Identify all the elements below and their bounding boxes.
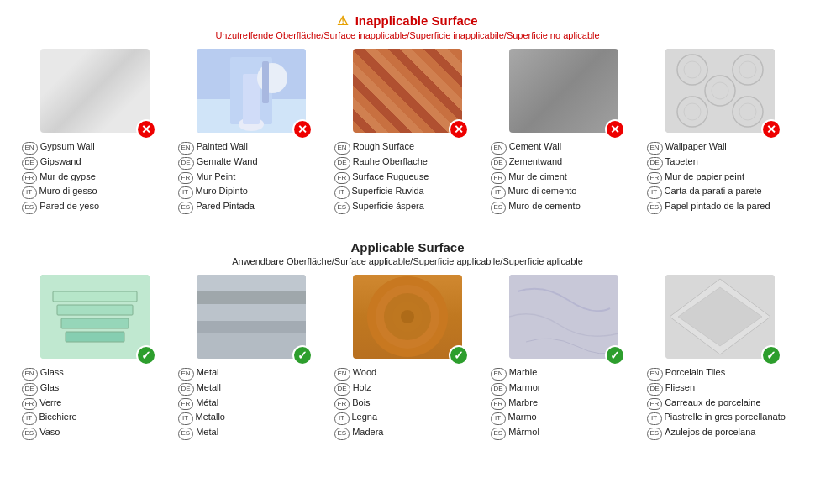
inapplicable-title: ⚠ Inapplicable Surface — [17, 13, 798, 29]
label-row-gypsum-fr: FRMur de gypse — [22, 170, 169, 185]
lang-badge-es: ES — [334, 428, 350, 440]
label-text: Mur Peint — [196, 170, 235, 185]
label-row-rough-en: ENRough Surface — [334, 139, 481, 155]
label-row-rough-fr: FRSurface Rugueuse — [334, 170, 481, 185]
label-row-wallpaper-fr: FRMur de papier peint — [647, 170, 794, 185]
label-text: Metall — [197, 381, 221, 396]
label-text: Mármol — [508, 425, 539, 440]
lang-badge-en: EN — [491, 368, 507, 381]
label-row-metal-en: ENMetal — [178, 365, 325, 381]
label-text: Mur de ciment — [508, 170, 567, 185]
label-row-cement-it: ITMuro di cemento — [491, 184, 638, 199]
labels-metal: ENMetalDEMetallFRMétalITMetalloESMetal — [178, 365, 325, 440]
svg-rect-28 — [197, 333, 306, 359]
lang-badge-en: EN — [647, 368, 663, 381]
lang-badge-es: ES — [334, 202, 350, 214]
lang-badge-de: DE — [22, 157, 38, 170]
lang-badge-es: ES — [647, 428, 663, 440]
lang-badge-fr: FR — [491, 172, 507, 185]
label-row-wood-it: ITLegna — [334, 410, 481, 425]
label-text: Rough Surface — [353, 139, 414, 155]
label-row-painted-en: ENPainted Wall — [178, 139, 325, 155]
lang-badge-fr: FR — [178, 398, 194, 411]
label-row-rough-es: ESSuperficie áspera — [334, 199, 481, 214]
surface-image-rough — [353, 49, 462, 133]
surface-item-wallpaper: ✕ENWallpaper WallDETapetenFRMur de papie… — [647, 49, 794, 214]
lang-badge-en: EN — [334, 368, 350, 381]
label-text: Wallpaper Wall — [665, 139, 727, 155]
label-text: Bicchiere — [39, 410, 77, 425]
lang-badge-it: IT — [647, 186, 662, 199]
label-text: Fliesen — [665, 381, 695, 396]
applicable-items-row: ✓ENGlassDEGlasFRVerreITBicchiereESVaso ✓… — [17, 275, 798, 440]
label-row-painted-fr: FRMur Peint — [178, 170, 325, 185]
surface-image-porcelain — [665, 275, 775, 359]
label-row-glass-fr: FRVerre — [22, 396, 169, 411]
label-text: Madera — [352, 425, 383, 440]
label-text: Pared Pintada — [196, 199, 255, 214]
lang-badge-fr: FR — [647, 398, 663, 411]
label-text: Cement Wall — [509, 139, 562, 155]
applicable-header: Applicable Surface Anwendbare Oberfläche… — [17, 240, 798, 266]
label-text: Rauhe Oberflache — [353, 155, 428, 170]
img-container-rough: ✕ — [353, 49, 462, 133]
surface-image-metal — [197, 275, 306, 359]
label-text: Muro Dipinto — [196, 184, 248, 199]
svg-rect-34 — [509, 275, 618, 359]
label-row-porcelain-de: DEFliesen — [647, 381, 794, 396]
labels-wallpaper: ENWallpaper WallDETapetenFRMur de papier… — [647, 139, 794, 214]
lang-badge-it: IT — [647, 412, 662, 425]
img-container-porcelain: ✓ — [665, 275, 775, 359]
svg-rect-20 — [57, 305, 133, 315]
lang-badge-en: EN — [22, 142, 38, 155]
label-row-marble-en: ENMarble — [491, 365, 638, 381]
inapplicable-section: ⚠ Inapplicable Surface Unzutreffende Obe… — [17, 13, 798, 214]
label-text: Gemalte Wand — [197, 155, 258, 170]
label-row-wood-fr: FRBois — [334, 396, 481, 411]
label-row-metal-it: ITMetallo — [178, 410, 325, 425]
img-container-cement: ✕ — [509, 49, 618, 133]
lang-badge-es: ES — [178, 202, 194, 214]
label-text: Muro de cemento — [508, 199, 581, 214]
label-row-gypsum-de: DEGipswand — [22, 155, 169, 170]
label-row-rough-it: ITSuperficie Ruvida — [334, 184, 481, 199]
label-row-cement-fr: FRMur de ciment — [491, 170, 638, 185]
surface-item-marble: ✓ENMarbleDEMarmorFRMarbreITMarmoESMármol — [491, 275, 638, 440]
svg-rect-24 — [197, 275, 306, 291]
svg-rect-6 — [262, 61, 269, 103]
label-row-gypsum-it: ITMuro di gesso — [22, 184, 169, 199]
lang-badge-it: IT — [491, 186, 506, 199]
lang-badge-it: IT — [22, 412, 37, 425]
surface-item-cement: ✕ENCement WallDEZementwandFRMur de cimen… — [491, 49, 638, 214]
surface-image-glass — [40, 275, 150, 359]
lang-badge-de: DE — [647, 157, 663, 170]
svg-rect-27 — [197, 321, 306, 333]
applicable-subtitle: Anwendbare Oberfläche/Surface applicable… — [17, 256, 798, 266]
svg-rect-7 — [665, 49, 775, 133]
label-text: Porcelain Tiles — [665, 365, 726, 381]
section-divider — [17, 228, 798, 228]
labels-glass: ENGlassDEGlasFRVerreITBicchiereESVaso — [22, 365, 169, 440]
label-text: Gipswand — [40, 155, 82, 170]
label-text: Wood — [353, 365, 377, 381]
label-text: Tapeten — [665, 155, 698, 170]
surface-item-glass: ✓ENGlassDEGlasFRVerreITBicchiereESVaso — [22, 275, 169, 440]
applicable-title: Applicable Surface — [17, 240, 798, 255]
label-text: Vaso — [39, 425, 60, 440]
lang-badge-fr: FR — [178, 172, 194, 185]
surface-item-painted: ✕ENPainted WallDEGemalte WandFRMur Peint… — [178, 49, 325, 214]
label-row-wallpaper-en: ENWallpaper Wall — [647, 139, 794, 155]
label-text: Marbre — [508, 396, 538, 411]
lang-badge-en: EN — [178, 142, 194, 155]
lang-badge-de: DE — [334, 383, 350, 396]
badge-glass: ✓ — [136, 345, 156, 365]
label-text: Carta da parati a parete — [665, 184, 762, 199]
label-row-gypsum-es: ESPared de yeso — [22, 199, 169, 214]
label-text: Marble — [509, 365, 538, 381]
lang-badge-de: DE — [491, 157, 507, 170]
lang-badge-es: ES — [22, 428, 38, 440]
surface-image-painted — [197, 49, 306, 133]
label-text: Mur de gypse — [39, 170, 96, 185]
labels-rough: ENRough SurfaceDERauhe OberflacheFRSurfa… — [334, 139, 481, 214]
surface-image-gypsum — [40, 49, 150, 133]
